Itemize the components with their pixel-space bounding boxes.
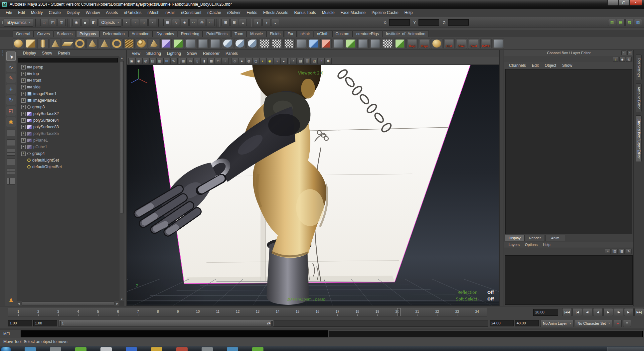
quad-draw-icon[interactable] <box>394 38 405 49</box>
outliner-item[interactable]: + pPlane1 <box>17 137 119 144</box>
mask-deformers-icon[interactable]: ▫ <box>148 19 156 26</box>
no-manips-icon[interactable]: ◎ <box>626 57 632 62</box>
rotate-tool[interactable]: ↻ <box>6 95 16 105</box>
skeleton-button-2[interactable]: Skel <box>468 38 479 49</box>
expand-icon[interactable]: + <box>21 78 26 83</box>
move-tool[interactable]: + <box>6 84 16 94</box>
step-back-key-button[interactable]: ◀• <box>583 308 592 316</box>
shelf-tab[interactable]: Rendering <box>178 30 203 37</box>
make-live-icon[interactable]: ◎ <box>198 19 206 26</box>
select-camera-icon[interactable]: ▣ <box>128 58 135 64</box>
image-plane-icon[interactable]: ▥ <box>156 58 163 64</box>
shelf-tab[interactable]: nCloth <box>314 30 332 37</box>
expand-icon[interactable]: + <box>21 112 26 116</box>
step-forward-frame-button[interactable]: ▶| <box>624 308 634 316</box>
expand-icon[interactable]: + <box>21 152 26 156</box>
viewport-menu-item[interactable]: Show <box>184 50 200 57</box>
rapid-rig-button-2[interactable]: Rapi <box>419 38 430 49</box>
menu-item[interactable]: Bonus Tools <box>291 9 319 17</box>
system-tray[interactable] <box>607 347 644 351</box>
timeline-frame[interactable]: 11 <box>208 308 228 316</box>
timeline-frame[interactable]: 13 <box>248 308 268 316</box>
outliner-item[interactable]: + polySurface84 <box>17 117 119 124</box>
menu-item[interactable]: Assets <box>103 9 121 17</box>
manip-speed-icon[interactable]: ↯ <box>613 57 618 62</box>
command-line-result-field[interactable] <box>329 331 643 337</box>
bounding-box-icon[interactable]: ◻ <box>252 58 259 64</box>
timeline-frame[interactable]: 22 <box>427 308 447 316</box>
timeline-frame[interactable]: 17 <box>328 308 348 316</box>
sort-layers-icon[interactable]: ≡ <box>605 249 611 254</box>
shelf-tab[interactable]: Fluids <box>266 30 284 37</box>
combine-icon[interactable] <box>185 38 196 49</box>
new-layer-from-selected-icon[interactable]: ▦ <box>619 249 625 254</box>
outliner-horizontal-scrollbar[interactable]: ◀ ▶ <box>17 301 119 306</box>
grid-icon[interactable]: ▦ <box>180 58 187 64</box>
output-connections-icon[interactable]: ⊟ <box>230 19 238 26</box>
extract-icon[interactable] <box>210 38 221 49</box>
use-all-lights-icon[interactable]: ◉ <box>266 58 273 64</box>
play-forwards-button[interactable]: ▶ <box>603 308 613 316</box>
layout-outliner-persp-button[interactable] <box>7 178 15 184</box>
outliner-item[interactable]: + pCube1 <box>17 144 119 150</box>
timeline-frame[interactable]: 1 <box>8 308 28 316</box>
go-to-start-button[interactable]: |◀◀ <box>562 308 572 316</box>
select-object-icon[interactable]: ■ <box>81 19 89 26</box>
poly-pyramid-icon[interactable] <box>99 38 110 49</box>
outliner-item[interactable]: + polySurface85 <box>17 130 119 137</box>
layout-two-panes-stacked-button[interactable] <box>7 149 15 156</box>
expand-icon[interactable]: + <box>21 85 26 89</box>
menu-item[interactable]: nHair <box>162 9 178 17</box>
title-bar[interactable]: M Autodesk Maya 2014 - Student Version: … <box>0 0 644 9</box>
layer-list-empty[interactable] <box>505 255 633 305</box>
minimize-button[interactable]: – <box>607 0 618 6</box>
menu-item[interactable]: Muscle <box>319 9 338 17</box>
construction-history-icon[interactable]: ≡ <box>239 19 247 26</box>
outliner-item[interactable]: + group3 <box>17 104 119 110</box>
timeline-frame[interactable]: 23 <box>447 308 467 316</box>
mask-points-icon[interactable]: ▪ <box>122 19 130 26</box>
y-input[interactable] <box>418 19 439 26</box>
sidebar-tab[interactable]: Tool Settings <box>636 55 642 80</box>
menu-item[interactable]: Help <box>402 9 416 17</box>
project-curve-icon[interactable] <box>308 38 319 49</box>
shelf-tab[interactable]: nHair <box>297 30 313 37</box>
close-panel-icon[interactable]: × <box>627 51 632 55</box>
animation-end-field[interactable]: 48.00 <box>515 320 539 326</box>
timeline-frame[interactable]: 4 <box>68 308 88 316</box>
shelf-tab[interactable]: Custom <box>332 30 353 37</box>
taskbar-item[interactable] <box>227 347 238 351</box>
selection-mask-dropdown[interactable]: Objects ▾ <box>99 19 122 27</box>
start-button[interactable] <box>1 347 11 351</box>
mask-curves-icon[interactable]: ◦ <box>131 19 139 26</box>
snap-to-grid-icon[interactable]: ▦ <box>163 19 171 26</box>
lasso-tool[interactable]: ∿ <box>6 62 16 72</box>
snap-view-plane-icon[interactable]: ▭ <box>207 19 215 26</box>
expand-icon[interactable]: + <box>21 118 26 123</box>
channel-box-menu-item[interactable]: Channels <box>506 62 529 69</box>
separate-icon[interactable] <box>197 38 209 49</box>
layer-editor-menu-item[interactable]: Layers <box>506 242 522 248</box>
select-component-icon[interactable]: ◧ <box>90 19 98 26</box>
layer-editor-tab[interactable]: Anim <box>545 235 565 241</box>
field-chart-icon[interactable]: ▩ <box>208 58 215 64</box>
scroll-up-icon[interactable]: ▲ <box>121 57 123 59</box>
menu-item[interactable]: Fields <box>243 9 260 17</box>
snap-to-curve-icon[interactable]: ∿ <box>172 19 180 26</box>
left-panel-grip[interactable]: ⁞⁞ <box>0 50 6 306</box>
expand-icon[interactable]: + <box>21 92 26 96</box>
outliner-item[interactable]: + imagePlane2 <box>17 97 119 104</box>
scale-tool[interactable]: ◱ <box>6 106 16 116</box>
shelf-tab[interactable]: Dynamics <box>153 30 177 37</box>
taskbar-item[interactable] <box>100 347 112 351</box>
toolbar-separator[interactable] <box>287 58 290 64</box>
viewport-menu-item[interactable]: Panels <box>223 50 241 57</box>
input-connections-icon[interactable]: ⊞ <box>222 19 230 26</box>
camera-attributes-icon[interactable]: ◎ <box>142 58 149 64</box>
anim-layer-dropdown[interactable]: No Anim Layer ▾ <box>540 320 573 327</box>
extrude-icon[interactable] <box>345 38 356 49</box>
smooth-icon[interactable] <box>173 38 184 49</box>
menu-set-dropdown[interactable]: nDynamics ▾ <box>4 19 33 27</box>
expand-icon[interactable]: + <box>21 125 26 129</box>
time-slider[interactable]: 123456789101112131415161718192021222324 <box>8 308 487 316</box>
